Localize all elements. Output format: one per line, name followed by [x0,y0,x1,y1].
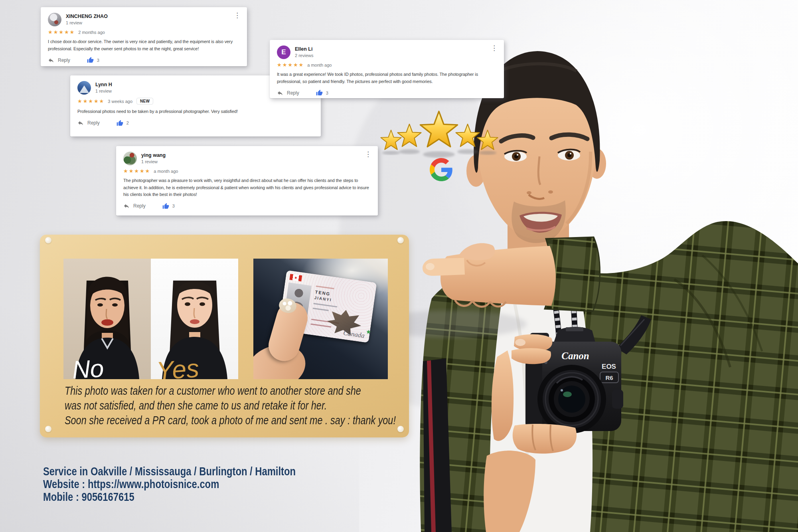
screw-icon [397,426,404,432]
gold-star-icon [420,111,457,147]
comparison-photo: No Yes [63,259,238,379]
reviewer-name: ying wang [141,152,166,159]
review-card: ⋮ ying wang 1 review ★★★★★ a month ago T… [116,146,378,216]
avatar [77,81,91,95]
mobile-number: Mobile : 9056167615 [43,490,296,503]
reply-icon [48,57,54,63]
reply-label: Reply [133,203,146,209]
camera-brand-label: Canon [561,350,589,361]
green-maple-leaf-icon [366,329,371,334]
review-text: I chose door-to-door service. The owner … [48,38,240,52]
thumbs-up-icon [162,203,169,210]
pr-card-photo: TENG JIANYI Canada [253,259,388,379]
good-photo-panel: Yes [151,259,238,379]
review-card: ⋮ E Ellen Li 2 reviews ★★★★★ a month ago… [270,40,504,98]
gold-star-icon [477,130,498,150]
reviewer-meta: 1 review [141,159,166,164]
thumbs-up-icon [117,120,123,127]
thumbs-up-icon [87,57,94,63]
review-date: 3 weeks ago [108,99,132,104]
pr-given-name: JIANYI [314,295,332,302]
contact-info: Service in Oakville / Mississauga / Burl… [43,465,296,503]
reply-button[interactable]: Reply [77,120,100,126]
review-date: a month ago [154,169,178,174]
like-button[interactable]: 2 [117,120,129,127]
camera-submodel-label: R6 [605,374,613,381]
review-date: 2 months ago [78,30,105,35]
review-card: ⋮ XINCHENG ZHAO 1 review ★★★★★ 2 months … [41,7,247,66]
like-count: 2 [126,121,129,125]
more-options-icon[interactable]: ⋮ [232,11,242,20]
caption-line: was not satisfied, and then she came to … [65,398,396,413]
bad-photo-panel: No [63,259,151,379]
like-count: 3 [172,204,175,208]
reply-label: Reply [87,120,100,126]
avatar-letter: E [281,48,286,56]
caption-line: This photo was taken for a customer who … [65,383,396,398]
reply-button[interactable]: Reply [48,57,70,63]
reply-icon [277,90,283,96]
screw-icon [45,237,51,243]
service-areas: Service in Oakville / Mississauga / Burl… [43,465,296,478]
star-rating: ★★★★★ [123,168,150,174]
like-count: 3 [326,91,328,95]
review-date: a month ago [307,63,332,67]
review-text: The photographer was a pleasure to work … [123,177,371,198]
star-rating: ★★★★★ [77,99,105,104]
review-text: Professional photos need to be taken by … [77,108,314,115]
avatar: E [277,45,290,59]
yes-label: Yes [156,355,200,379]
reply-icon [77,120,84,126]
no-label: No [71,356,104,379]
poster: Canon EOS R6 [0,0,798,532]
canada-flag-icon [289,274,302,281]
mountain-photo [77,81,91,95]
reply-button[interactable]: Reply [277,90,299,96]
canada-wordmark: Canada [343,329,365,340]
reviewer-name: XINCHENG ZHAO [66,14,108,20]
star-rating: ★★★★★ [277,62,304,67]
reply-label: Reply [58,57,70,63]
more-options-icon[interactable]: ⋮ [489,44,499,52]
reviewer-name: Ellen Li [295,46,313,53]
like-button[interactable]: 3 [87,57,99,63]
new-badge: NEW [136,98,153,105]
pr-surname: TENG [315,289,331,296]
promo-caption: This photo was taken for a customer who … [65,383,396,427]
reviewer-meta: 1 review [95,88,112,94]
star-rating: ★★★★★ [48,30,75,35]
reviewer-name: Lynn H [95,82,112,88]
like-button[interactable]: 3 [162,203,175,210]
reviewer-meta: 2 reviews [295,53,313,58]
reply-label: Reply [287,90,299,96]
gold-star-icon [398,124,421,146]
promo-card: No Yes [40,235,409,437]
reply-icon [123,203,130,209]
website-url: Website : https://www.photoisnice.com [43,478,296,490]
like-button[interactable]: 3 [316,89,328,96]
avatar [48,13,61,26]
camera-model-label: EOS [602,363,616,370]
google-logo [430,158,453,181]
review-text: It was a great experience! We took ID ph… [277,71,497,85]
avatar [123,152,137,165]
caption-line: Soon she received a PR card, took a phot… [65,413,396,427]
reviewer-meta: 1 review [66,20,108,26]
gold-star-icon [456,124,480,146]
screw-icon [45,426,51,432]
thumbs-up-icon [316,89,323,96]
screw-icon [397,237,404,243]
like-count: 3 [97,58,99,63]
reply-button[interactable]: Reply [123,203,146,209]
